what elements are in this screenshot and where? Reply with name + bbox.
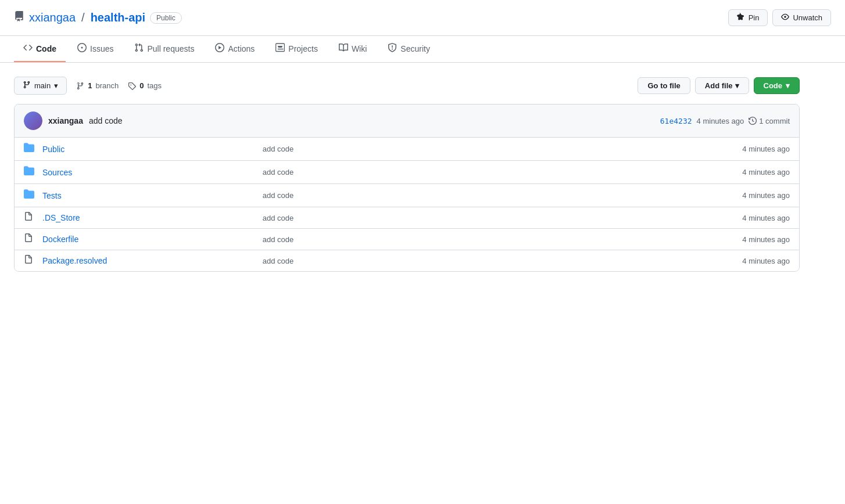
code-icon (23, 43, 33, 54)
branch-selector[interactable]: main ▾ (14, 77, 67, 95)
file-commit-msg: add code (263, 214, 703, 222)
tab-actions[interactable]: Actions (206, 36, 264, 62)
projects-icon (275, 43, 285, 54)
actions-icon (215, 43, 224, 54)
file-name[interactable]: .DS_Store (42, 213, 263, 222)
file-time: 4 minutes ago (703, 214, 790, 222)
tab-actions-label: Actions (228, 44, 255, 53)
table-row: Publicadd code4 minutes ago (15, 138, 799, 161)
tab-wiki-label: Wiki (352, 44, 367, 53)
add-file-label: Add file (705, 81, 733, 90)
folder-icon (24, 189, 42, 202)
branch-chevron-icon: ▾ (54, 81, 58, 90)
pin-label: Pin (749, 13, 760, 22)
file-name[interactable]: Sources (42, 168, 263, 177)
file-table: xxiangaa add code 61e4232 4 minutes ago … (14, 104, 800, 272)
header: xxiangaa / health-api Public Pin Unwatch (0, 0, 845, 36)
tab-wiki[interactable]: Wiki (330, 36, 376, 62)
file-name[interactable]: Package.resolved (42, 256, 263, 265)
branch-bar-left: main ▾ 1 branch 0 tags (14, 77, 162, 95)
add-file-button[interactable]: Add file ▾ (695, 77, 749, 94)
branch-number: 1 (88, 81, 92, 90)
file-time: 4 minutes ago (703, 145, 790, 153)
commit-count: 1 commit (759, 117, 790, 125)
visibility-badge: Public (150, 12, 182, 24)
tab-issues-label: Issues (90, 44, 113, 53)
security-icon (388, 43, 397, 54)
go-to-file-button[interactable]: Go to file (638, 77, 690, 94)
repo-slash: / (81, 11, 85, 24)
tag-number: 0 (139, 81, 144, 90)
code-button[interactable]: Code ▾ (754, 77, 800, 94)
commit-time: 4 minutes ago (697, 117, 744, 125)
file-commit-msg: add code (263, 191, 703, 200)
nav-tabs: Code Issues Pull requests Actions (0, 36, 845, 63)
file-name[interactable]: Public (42, 145, 263, 154)
unwatch-button[interactable]: Unwatch (772, 9, 831, 26)
table-row: .DS_Storeadd code4 minutes ago (15, 207, 799, 229)
file-name[interactable]: Dockerfile (42, 235, 263, 244)
repo-owner-link[interactable]: xxiangaa (29, 11, 76, 24)
code-chevron-icon: ▾ (786, 81, 790, 90)
table-row: Sourcesadd code4 minutes ago (15, 161, 799, 184)
repo-name-link[interactable]: health-api (91, 11, 145, 24)
file-time: 4 minutes ago (703, 235, 790, 244)
commit-right: 61e4232 4 minutes ago 1 commit (660, 117, 790, 125)
pin-button[interactable]: Pin (728, 9, 768, 26)
main-content: main ▾ 1 branch 0 tags Go to file Ad (0, 63, 814, 286)
issues-icon (77, 43, 87, 54)
branch-bar: main ▾ 1 branch 0 tags Go to file Ad (14, 77, 800, 95)
header-right: Pin Unwatch (728, 9, 831, 26)
header-left: xxiangaa / health-api Public (14, 11, 182, 24)
tab-security-label: Security (400, 44, 430, 53)
file-name[interactable]: Tests (42, 191, 263, 200)
tab-issues[interactable]: Issues (68, 36, 123, 62)
tag-label: tags (147, 81, 162, 90)
wiki-icon (339, 43, 348, 54)
commit-hash[interactable]: 61e4232 (660, 117, 692, 125)
tab-pull-requests[interactable]: Pull requests (125, 36, 203, 62)
branch-name: main (34, 81, 51, 90)
file-icon (24, 212, 42, 224)
tab-projects[interactable]: Projects (266, 36, 327, 62)
file-rows-container: Publicadd code4 minutes ago Sourcesadd c… (15, 138, 799, 271)
file-time: 4 minutes ago (703, 257, 790, 265)
tab-security[interactable]: Security (378, 36, 439, 62)
file-commit-msg: add code (263, 168, 703, 177)
avatar (24, 111, 42, 130)
branch-icon (23, 81, 31, 91)
tab-projects-label: Projects (288, 44, 318, 53)
tab-code[interactable]: Code (14, 36, 66, 62)
table-row: Dockerfileadd code4 minutes ago (15, 229, 799, 250)
commit-message: add code (89, 116, 123, 125)
pin-icon (737, 13, 745, 23)
add-file-chevron-icon: ▾ (735, 81, 739, 90)
pull-request-icon (134, 43, 144, 54)
table-row: Package.resolvedadd code4 minutes ago (15, 250, 799, 271)
commit-author[interactable]: xxiangaa (48, 116, 83, 125)
folder-icon (24, 165, 42, 179)
tab-pull-requests-label: Pull requests (147, 44, 194, 53)
file-commit-msg: add code (263, 257, 703, 265)
file-icon (24, 255, 42, 267)
file-icon (24, 233, 42, 245)
eye-icon (781, 13, 789, 23)
commit-history-link[interactable]: 1 commit (749, 117, 790, 125)
tag-count-link[interactable]: 0 tags (128, 81, 162, 90)
branch-label: branch (95, 81, 119, 90)
unwatch-label: Unwatch (793, 13, 822, 22)
commit-left: xxiangaa add code (24, 111, 123, 130)
tab-code-label: Code (36, 44, 56, 53)
file-commit-msg: add code (263, 235, 703, 244)
file-commit-msg: add code (263, 145, 703, 153)
table-row: Testsadd code4 minutes ago (15, 184, 799, 207)
repo-icon (14, 11, 24, 24)
file-time: 4 minutes ago (703, 191, 790, 200)
file-time: 4 minutes ago (703, 168, 790, 177)
code-btn-label: Code (764, 81, 783, 90)
branch-count-link[interactable]: 1 branch (76, 81, 119, 90)
branch-bar-right: Go to file Add file ▾ Code ▾ (638, 77, 800, 94)
commit-row: xxiangaa add code 61e4232 4 minutes ago … (15, 105, 799, 138)
folder-icon (24, 142, 42, 156)
